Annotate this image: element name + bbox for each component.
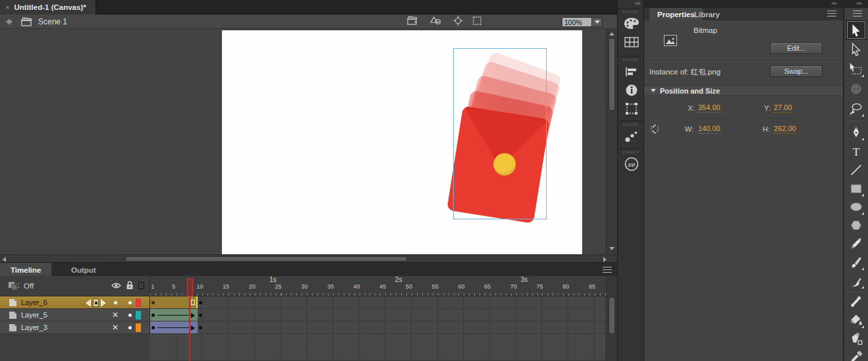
keyframe-icon[interactable] (151, 326, 155, 329)
tool-lasso[interactable] (848, 100, 865, 117)
current-keyframe-icon[interactable] (93, 298, 99, 307)
close-icon[interactable]: × (5, 3, 9, 11)
eye-icon[interactable] (111, 282, 121, 289)
playhead[interactable] (187, 279, 193, 296)
layer-outline-swatch[interactable] (136, 311, 141, 319)
scroll-thumb[interactable] (609, 38, 615, 111)
layer-row[interactable]: Layer_3 ✕ (0, 321, 606, 334)
scroll-left-icon[interactable] (3, 257, 6, 262)
keyframe-icon[interactable] (199, 314, 202, 317)
tool-text[interactable]: T (848, 143, 865, 160)
tool-ink-bottle[interactable] (848, 330, 865, 347)
swatches-panel-icon[interactable] (618, 33, 645, 51)
parenting-view-toggle[interactable]: Off (24, 282, 34, 290)
scroll-up-icon[interactable] (609, 32, 614, 36)
layer-row[interactable]: Layer_5 ✕ (0, 309, 606, 321)
tool-pen[interactable] (848, 124, 865, 141)
properties-menu-icon[interactable] (827, 11, 836, 17)
link-wh-icon[interactable] (649, 124, 660, 134)
tab-library[interactable]: Library (686, 8, 728, 20)
layer-name[interactable]: Layer_3 (21, 323, 47, 331)
layer-frames[interactable] (150, 296, 606, 309)
zoom-value[interactable]: 100% (562, 17, 592, 27)
stage-zoom-control[interactable]: 100% (562, 17, 603, 27)
layer-outline-swatch[interactable] (136, 323, 141, 332)
collapse-properties-icon[interactable]: »» (831, 0, 836, 7)
drag-gripper[interactable] (623, 123, 639, 126)
tab-output[interactable]: Output (61, 263, 107, 277)
tool-bone[interactable] (848, 293, 865, 310)
color-panel-icon[interactable] (618, 14, 645, 33)
tab-timeline[interactable]: Timeline (0, 263, 51, 277)
layer-visible-dot[interactable] (114, 301, 117, 304)
layer-name-cell[interactable]: Layer_3 ✕ (0, 321, 150, 334)
tool-polystar[interactable] (848, 217, 865, 234)
timeline-vertical-scrollbar[interactable] (606, 276, 617, 361)
outline-column-icon[interactable] (138, 282, 144, 289)
layer-name-cell[interactable]: Layer_5 ✕ (0, 309, 150, 321)
info-panel-icon[interactable] (618, 81, 645, 99)
layer-unlocked-dot[interactable] (128, 326, 132, 329)
tool-eyedropper[interactable] (848, 348, 865, 361)
pasteboard[interactable] (0, 29, 606, 254)
scroll-thumb[interactable] (609, 297, 615, 334)
layer-unlocked-dot[interactable] (128, 301, 132, 304)
tool-pencil[interactable] (848, 235, 865, 252)
layer-name[interactable]: Layer_6 (21, 298, 47, 306)
keyframe-icon[interactable] (151, 314, 155, 317)
drag-gripper[interactable] (623, 11, 639, 13)
timeline-menu-icon[interactable] (603, 267, 612, 273)
parenting-view-icon[interactable] (8, 281, 20, 291)
tool-rectangle[interactable] (848, 180, 865, 197)
scroll-down-icon[interactable] (609, 247, 614, 250)
timeline-ruler[interactable]: 1s2s3s 151015202530354045505560657075808… (150, 276, 606, 296)
layer-frames[interactable] (150, 309, 606, 321)
collapse-tools-icon[interactable]: »» (856, 0, 861, 7)
stage-horizontal-scrollbar[interactable] (0, 254, 617, 262)
tool-line[interactable] (848, 161, 865, 179)
breadcrumb-scene[interactable]: Scene 1 (38, 17, 67, 26)
layer-name-cell[interactable]: Layer_6 (0, 296, 150, 309)
layer-unlocked-dot[interactable] (128, 314, 132, 317)
playhead-line[interactable] (189, 296, 190, 361)
layer-row[interactable]: Layer_6 (0, 296, 606, 309)
next-keyframe-icon[interactable] (101, 299, 106, 307)
y-value[interactable]: 27.00 (774, 103, 792, 113)
layer-name[interactable]: Layer_5 (21, 311, 47, 319)
back-icon[interactable] (4, 17, 13, 26)
edit-symbols-icon[interactable] (429, 16, 444, 28)
layer-frames[interactable] (150, 321, 606, 334)
transform-panel-icon[interactable] (618, 99, 645, 118)
edit-button[interactable]: Edit... (770, 42, 823, 54)
h-value[interactable]: 262.00 (774, 125, 796, 134)
tools-menu-icon[interactable] (853, 11, 862, 17)
align-panel-icon[interactable] (618, 63, 645, 81)
tool-selection[interactable] (847, 21, 865, 39)
tool-paint-brush[interactable] (848, 254, 865, 271)
center-frame-icon[interactable] (453, 16, 463, 28)
position-size-section-header[interactable]: Position and Size (644, 85, 843, 96)
tool-oval[interactable] (848, 198, 865, 215)
tool-paint-bucket[interactable] (848, 312, 865, 329)
scroll-right-icon[interactable] (603, 257, 607, 262)
keyframe-icon[interactable] (199, 326, 202, 329)
drag-gripper[interactable] (623, 59, 639, 61)
prev-keyframe-icon[interactable] (86, 299, 91, 307)
lock-icon[interactable] (126, 281, 134, 290)
keyframe-icon[interactable] (151, 301, 155, 304)
keyframe-icon[interactable] (199, 301, 202, 304)
creative-cloud-icon[interactable]: co (618, 155, 645, 173)
tool-classic-brush[interactable] (848, 272, 865, 289)
clip-outside-stage-icon[interactable] (472, 16, 482, 28)
layer-hidden-x[interactable]: ✕ (112, 323, 119, 332)
collapse-dock-icon[interactable]: «« (635, 0, 640, 7)
layer-hidden-x[interactable]: ✕ (112, 310, 119, 319)
section-collapse-icon[interactable] (651, 89, 656, 92)
tool-free-transform[interactable] (848, 61, 865, 78)
brush-library-panel-icon[interactable] (618, 127, 645, 146)
x-value[interactable]: 354.00 (698, 103, 720, 113)
zoom-dropdown-button[interactable] (592, 17, 603, 27)
scroll-thumb[interactable] (125, 256, 407, 262)
w-value[interactable]: 140.00 (698, 125, 720, 134)
tool-subselection[interactable] (848, 41, 865, 58)
